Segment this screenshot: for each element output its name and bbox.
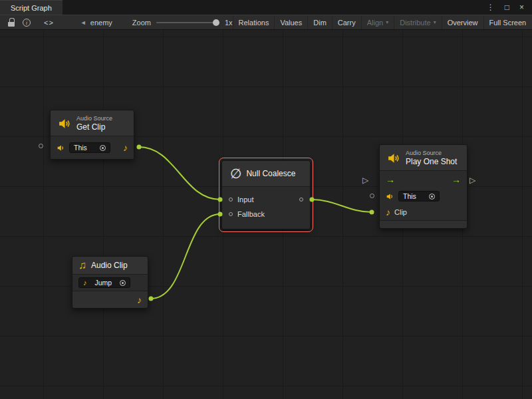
- fallback-port-label: Fallback: [237, 210, 265, 218]
- button-label: Distribute: [400, 19, 430, 27]
- button-label: Full Screen: [489, 19, 527, 27]
- window-tab-bar: Script Graph ⋮ □ ×: [0, 0, 532, 15]
- node-header-text: Audio Source Play One Shot: [406, 150, 457, 166]
- node-category: Audio Source: [406, 150, 457, 157]
- output-row: ♪: [72, 291, 148, 308]
- target-field[interactable]: This: [398, 191, 440, 201]
- info-icon: [23, 19, 31, 27]
- window-controls: ⋮ □ ×: [479, 0, 532, 15]
- zoom-slider[interactable]: [156, 19, 219, 26]
- target-field[interactable]: This: [69, 142, 110, 153]
- zoom-slider-handle[interactable]: [213, 19, 219, 26]
- flow-in-triangle-icon[interactable]: ▷: [362, 176, 368, 184]
- close-icon[interactable]: ×: [519, 3, 524, 11]
- note-icon: ♪: [83, 279, 87, 287]
- zoom-slider-track: [156, 22, 219, 23]
- zoom-value: 1x: [225, 19, 233, 27]
- maximize-icon[interactable]: □: [505, 3, 509, 11]
- object-picker-icon[interactable]: [120, 280, 126, 286]
- button-label: Values: [280, 19, 302, 27]
- wire-endpoint: [137, 145, 142, 150]
- node-header: Audio Source Play One Shot: [380, 145, 467, 171]
- chevron-down-icon: ▾: [386, 19, 388, 25]
- node-title: Null Coalesce: [246, 169, 295, 178]
- audio-clip-value: Jump: [94, 279, 112, 287]
- code-icon[interactable]: <>: [44, 19, 54, 27]
- node-footer: [380, 220, 467, 228]
- relations-button[interactable]: Relations: [233, 15, 275, 29]
- node-title: Audio Clip: [91, 261, 128, 270]
- menu-icon[interactable]: ⋮: [487, 3, 495, 11]
- audio-clip-icon: ♫: [78, 260, 86, 271]
- button-label: Carry: [338, 19, 356, 27]
- button-label: Overview: [448, 19, 478, 27]
- result-port[interactable]: [299, 198, 303, 201]
- toolbar-buttons: Relations Values Dim Carry Align▾ Distri…: [233, 15, 532, 29]
- audio-source-type-icon: [386, 193, 394, 200]
- get-clip-target-input-port[interactable]: [39, 144, 43, 148]
- zoom-label: Zoom: [132, 19, 151, 27]
- wire-result-to-clip[interactable]: [312, 200, 372, 212]
- lock-button[interactable]: [8, 18, 15, 27]
- fallback-port[interactable]: [229, 212, 233, 216]
- ports-section: Input Fallback: [222, 187, 310, 221]
- wire-endpoint: [370, 210, 374, 215]
- target-value: This: [74, 144, 87, 152]
- distribute-button: Distribute▾: [394, 15, 441, 29]
- fallback-port-row: Fallback: [222, 207, 310, 221]
- flow-out-port[interactable]: →: [452, 175, 461, 184]
- zoom-control: Zoom 1x: [132, 19, 233, 27]
- play-one-shot-target-input-port[interactable]: [370, 194, 374, 198]
- flow-out-triangle-icon[interactable]: ▷: [469, 176, 475, 184]
- values-button[interactable]: Values: [274, 15, 307, 29]
- wire-getclip-to-input[interactable]: [139, 147, 220, 200]
- audio-source-icon: [57, 118, 72, 130]
- node-audio-clip[interactable]: ♫ Audio Clip ♪ Jump ♪: [72, 256, 148, 309]
- clip-port-icon[interactable]: ♪: [386, 207, 390, 217]
- button-label: Relations: [239, 19, 269, 27]
- node-header-text: Audio Source Get Clip: [76, 115, 112, 132]
- graph-breadcrumb[interactable]: ◄ enemy: [80, 19, 112, 27]
- target-row: This: [380, 188, 467, 204]
- audio-source-icon: [386, 152, 401, 164]
- carry-button[interactable]: Carry: [332, 15, 361, 29]
- graph-name: enemy: [90, 19, 112, 27]
- graph-canvas[interactable]: Audio Source Get Clip This ♪ ♫ Audio Cli…: [0, 30, 532, 399]
- object-picker-icon[interactable]: [100, 145, 106, 151]
- node-null-coalesce[interactable]: ∅ Null Coalesce Input Fallback: [221, 160, 311, 229]
- wire-audioclip-to-fallback[interactable]: [151, 214, 220, 299]
- wire-endpoint: [149, 297, 154, 301]
- flow-row: → →: [380, 171, 467, 188]
- input-port[interactable]: [229, 198, 233, 201]
- node-header: ∅ Null Coalesce: [222, 161, 310, 187]
- target-value: This: [403, 192, 416, 200]
- chevron-down-icon: ▾: [434, 19, 436, 25]
- object-picker-icon[interactable]: [429, 194, 435, 200]
- target-row: This ♪: [51, 136, 134, 159]
- node-header: ♫ Audio Clip: [72, 257, 148, 275]
- lock-icon: [8, 18, 15, 27]
- full-screen-button[interactable]: Full Screen: [483, 15, 532, 29]
- tab-label: Script Graph: [11, 4, 52, 12]
- button-label: Align: [367, 19, 383, 27]
- info-button[interactable]: [23, 19, 31, 27]
- node-get-clip[interactable]: Audio Source Get Clip This ♪: [50, 110, 134, 160]
- audio-clip-field[interactable]: ♪ Jump: [78, 277, 130, 288]
- audio-clip-output-port[interactable]: ♪: [137, 295, 142, 305]
- input-port-label: Input: [237, 196, 253, 203]
- button-label: Dim: [313, 19, 327, 27]
- value-row: ♪ Jump: [72, 275, 148, 291]
- input-port-row: Input: [222, 192, 310, 207]
- dim-button[interactable]: Dim: [307, 15, 332, 29]
- node-play-one-shot[interactable]: Audio Source Play One Shot → → This ♪ Cl…: [379, 144, 467, 229]
- tab-script-graph[interactable]: Script Graph: [0, 0, 63, 15]
- null-coalesce-icon: ∅: [230, 167, 241, 180]
- node-title: Get Clip: [76, 122, 112, 132]
- overview-button[interactable]: Overview: [442, 15, 483, 29]
- audio-source-type-icon: [57, 144, 65, 152]
- graph-toolbar: <> ◄ enemy Zoom 1x Relations Values Dim …: [0, 15, 532, 30]
- audioclip-output-port[interactable]: ♪: [123, 143, 128, 152]
- node-category: Audio Source: [76, 115, 112, 122]
- clip-port-label: Clip: [394, 208, 407, 216]
- flow-in-port[interactable]: →: [386, 175, 395, 184]
